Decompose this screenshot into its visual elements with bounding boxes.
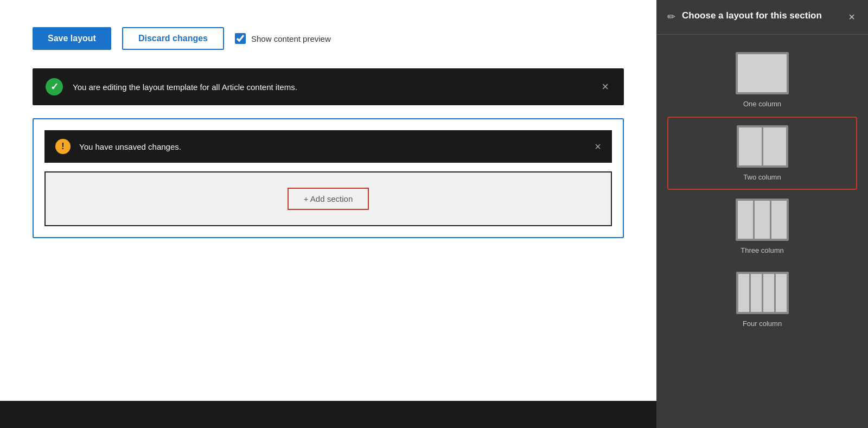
preview-checkbox[interactable] <box>235 33 246 44</box>
add-section-button[interactable]: + Add section <box>288 188 369 210</box>
discard-changes-button[interactable]: Discard changes <box>122 27 224 50</box>
col-3 <box>763 274 774 312</box>
col-3 <box>771 201 787 239</box>
three-column-label: Three column <box>741 246 783 254</box>
layout-option-one-column[interactable]: One column <box>667 43 857 117</box>
warning-banner: ! You have unsaved changes. × <box>44 130 612 163</box>
col-1 <box>738 54 787 92</box>
layout-option-two-column[interactable]: Two column <box>667 117 857 190</box>
warning-icon: ! <box>55 139 71 154</box>
info-banner-text: You are editing the layout template for … <box>73 82 590 92</box>
check-circle-icon: ✓ <box>46 78 63 95</box>
section-container: ! You have unsaved changes. × + Add sect… <box>33 118 624 238</box>
layout-option-four-column[interactable]: Four column <box>667 263 857 336</box>
col-4 <box>776 274 787 312</box>
info-banner-close[interactable]: × <box>599 79 611 95</box>
one-col-preview <box>736 52 789 94</box>
col-1 <box>738 201 753 239</box>
one-column-label: One column <box>743 100 781 108</box>
toolbar: Save layout Discard changes Show content… <box>33 22 624 55</box>
col-2 <box>763 127 786 165</box>
panel-title: Choose a layout for this section <box>682 10 840 22</box>
col-2 <box>755 201 770 239</box>
panel-header: ✏ Choose a layout for this section × <box>656 0 868 35</box>
main-content-area: Save layout Discard changes Show content… <box>0 0 656 428</box>
four-col-preview <box>736 272 789 314</box>
layout-options-list: One column Two column Three column <box>656 35 868 345</box>
preview-toggle[interactable]: Show content preview <box>235 33 331 44</box>
three-col-preview <box>736 199 789 241</box>
right-panel: ✏ Choose a layout for this section × One… <box>656 0 868 428</box>
layout-option-three-column[interactable]: Three column <box>667 190 857 263</box>
preview-label: Show content preview <box>251 34 331 43</box>
warning-banner-close[interactable]: × <box>595 140 601 153</box>
two-col-preview <box>737 125 788 168</box>
col-1 <box>738 274 749 312</box>
add-section-area: + Add section <box>44 171 612 226</box>
pencil-icon: ✏ <box>667 11 675 23</box>
col-2 <box>751 274 762 312</box>
panel-close-button[interactable]: × <box>846 10 857 24</box>
col-1 <box>739 127 762 165</box>
four-column-label: Four column <box>743 320 782 328</box>
warning-banner-text: You have unsaved changes. <box>79 142 586 151</box>
save-layout-button[interactable]: Save layout <box>33 27 111 50</box>
two-column-label: Two column <box>743 173 781 181</box>
info-banner: ✓ You are editing the layout template fo… <box>33 68 624 105</box>
